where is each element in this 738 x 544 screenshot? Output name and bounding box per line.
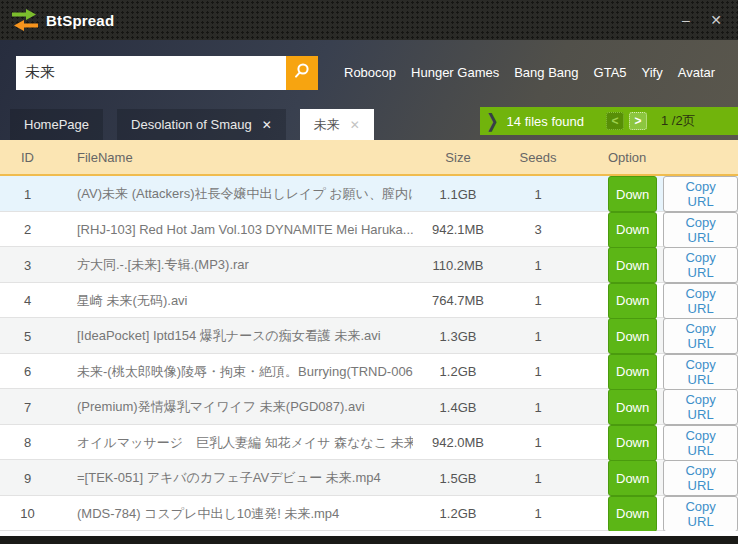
minimize-button[interactable]: – bbox=[676, 10, 696, 30]
results-count: 14 files found bbox=[507, 114, 584, 129]
row-options: Down Copy URL bbox=[573, 212, 738, 248]
row-seeds: 1 bbox=[503, 435, 573, 450]
column-header-option: Option bbox=[573, 150, 738, 165]
tab-label: 未来 bbox=[314, 116, 340, 134]
copy-url-button[interactable]: Copy URL bbox=[663, 247, 738, 283]
row-size: 942.1MB bbox=[413, 222, 503, 237]
nav-links: RobocopHunger GamesBang BangGTA5YifyAvat… bbox=[344, 65, 715, 80]
row-filename: [IdeaPocket] Iptd154 爆乳ナースの痴女看護 未来.avi bbox=[55, 327, 413, 345]
row-size: 942.0MB bbox=[413, 435, 503, 450]
row-seeds: 1 bbox=[503, 506, 573, 521]
row-options: Down Copy URL bbox=[573, 496, 738, 532]
column-header-filename: FileName bbox=[55, 150, 413, 165]
prev-page-button[interactable]: < bbox=[606, 112, 624, 130]
row-options: Down Copy URL bbox=[573, 318, 738, 354]
row-filename: 未来-(桃太郎映像)陵辱・拘束・絶頂。Burrying(TRND-006... bbox=[55, 363, 413, 381]
nav-link[interactable]: Yify bbox=[642, 65, 663, 80]
table-row[interactable]: 3 方大同.-.[未来].专辑.(MP3).rar 110.2MB 1 Down… bbox=[0, 247, 738, 283]
table-row[interactable]: 10 (MDS-784) コスプレ中出し10連発! 未来.mp4 1.2GB 1… bbox=[0, 496, 738, 532]
row-size: 1.1GB bbox=[413, 187, 503, 202]
down-button[interactable]: Down bbox=[608, 496, 657, 532]
down-button[interactable]: Down bbox=[608, 283, 657, 319]
row-seeds: 1 bbox=[503, 329, 573, 344]
row-seeds: 1 bbox=[503, 471, 573, 486]
table-row[interactable]: 8 オイルマッサージ 巨乳人妻編 知花メイサ 森ななこ 未来(... 942.0… bbox=[0, 425, 738, 461]
copy-url-button[interactable]: Copy URL bbox=[663, 354, 738, 390]
row-id: 7 bbox=[0, 400, 55, 415]
copy-url-button[interactable]: Copy URL bbox=[663, 389, 738, 425]
tab-label: HomePage bbox=[24, 117, 89, 132]
pager: < > bbox=[606, 112, 647, 130]
down-button[interactable]: Down bbox=[608, 318, 657, 354]
tab-close-icon[interactable]: ✕ bbox=[262, 118, 272, 132]
nav-link[interactable]: Hunger Games bbox=[411, 65, 499, 80]
tab-current-search[interactable]: 未来 ✕ bbox=[300, 109, 374, 140]
row-id: 6 bbox=[0, 364, 55, 379]
copy-url-button[interactable]: Copy URL bbox=[663, 318, 738, 354]
row-filename: =[TEK-051] アキバのカフェ子AVデビュー 未来.mp4 bbox=[55, 469, 413, 487]
table-row[interactable]: 9 =[TEK-051] アキバのカフェ子AVデビュー 未来.mp4 1.5GB… bbox=[0, 460, 738, 496]
copy-url-button[interactable]: Copy URL bbox=[663, 460, 738, 496]
row-filename: (Premium)発情爆乳マイワイフ 未来(PGD087).avi bbox=[55, 398, 413, 416]
row-size: 1.2GB bbox=[413, 506, 503, 521]
nav-link[interactable]: GTA5 bbox=[594, 65, 627, 80]
page-indicator: 1 /2页 bbox=[661, 112, 696, 130]
row-options: Down Copy URL bbox=[573, 460, 738, 496]
tab-close-icon[interactable]: ✕ bbox=[350, 118, 360, 132]
row-seeds: 1 bbox=[503, 187, 573, 202]
row-id: 9 bbox=[0, 471, 55, 486]
table-row[interactable]: 4 星崎 未来(无码).avi 764.7MB 1 Down Copy URL bbox=[0, 283, 738, 319]
table-row[interactable]: 1 (AV)未来 (Attackers)社長令嬢中出しレイプ お願い、膣内に..… bbox=[0, 176, 738, 212]
row-filename: (MDS-784) コスプレ中出し10連発! 未来.mp4 bbox=[55, 505, 413, 523]
row-options: Down Copy URL bbox=[573, 283, 738, 319]
nav-link[interactable]: Robocop bbox=[344, 65, 396, 80]
down-button[interactable]: Down bbox=[608, 176, 657, 212]
close-button[interactable]: ✕ bbox=[706, 10, 726, 30]
search-button[interactable] bbox=[286, 56, 318, 90]
copy-url-button[interactable]: Copy URL bbox=[663, 212, 738, 248]
table-row[interactable]: 2 [RHJ-103] Red Hot Jam Vol.103 DYNAMITE… bbox=[0, 212, 738, 248]
table-row[interactable]: 5 [IdeaPocket] Iptd154 爆乳ナースの痴女看護 未来.avi… bbox=[0, 318, 738, 354]
tab-desolation-of-smaug[interactable]: Desolation of Smaug ✕ bbox=[117, 109, 286, 140]
row-size: 1.5GB bbox=[413, 471, 503, 486]
row-options: Down Copy URL bbox=[573, 176, 738, 212]
copy-url-button[interactable]: Copy URL bbox=[663, 425, 738, 461]
column-header-id: ID bbox=[0, 150, 55, 165]
row-filename: 星崎 未来(无码).avi bbox=[55, 292, 413, 310]
table-header: ID FileName Size Seeds Option bbox=[0, 140, 738, 176]
ribbon-chevron-icon: ❯ bbox=[486, 110, 499, 133]
tab-homepage[interactable]: HomePage bbox=[10, 109, 103, 140]
row-filename: オイルマッサージ 巨乳人妻編 知花メイサ 森ななこ 未来(... bbox=[55, 434, 413, 452]
results-banner: ❯ 14 files found < > 1 /2页 bbox=[480, 107, 738, 135]
copy-url-button[interactable]: Copy URL bbox=[663, 176, 738, 212]
row-size: 764.7MB bbox=[413, 293, 503, 308]
row-id: 4 bbox=[0, 293, 55, 308]
window-bottom-edge bbox=[0, 536, 738, 544]
table-row[interactable]: 7 (Premium)発情爆乳マイワイフ 未来(PGD087).avi 1.4G… bbox=[0, 389, 738, 425]
down-button[interactable]: Down bbox=[608, 425, 657, 461]
down-button[interactable]: Down bbox=[608, 212, 657, 248]
row-filename: 方大同.-.[未来].专辑.(MP3).rar bbox=[55, 256, 413, 274]
row-size: 1.3GB bbox=[413, 329, 503, 344]
nav-link[interactable]: Avatar bbox=[678, 65, 715, 80]
copy-url-button[interactable]: Copy URL bbox=[663, 496, 738, 532]
down-button[interactable]: Down bbox=[608, 460, 657, 496]
tab-label: Desolation of Smaug bbox=[131, 117, 252, 132]
row-seeds: 1 bbox=[503, 364, 573, 379]
window-controls: – ✕ bbox=[676, 10, 726, 30]
table-row[interactable]: 6 未来-(桃太郎映像)陵辱・拘束・絶頂。Burrying(TRND-006..… bbox=[0, 354, 738, 390]
row-options: Down Copy URL bbox=[573, 354, 738, 390]
row-options: Down Copy URL bbox=[573, 247, 738, 283]
row-size: 1.2GB bbox=[413, 364, 503, 379]
next-page-button[interactable]: > bbox=[629, 112, 647, 130]
row-id: 2 bbox=[0, 222, 55, 237]
nav-link[interactable]: Bang Bang bbox=[514, 65, 578, 80]
down-button[interactable]: Down bbox=[608, 389, 657, 425]
copy-url-button[interactable]: Copy URL bbox=[663, 283, 738, 319]
down-button[interactable]: Down bbox=[608, 247, 657, 283]
row-seeds: 1 bbox=[503, 258, 573, 273]
row-seeds: 1 bbox=[503, 293, 573, 308]
row-id: 5 bbox=[0, 329, 55, 344]
search-input[interactable] bbox=[16, 56, 286, 90]
down-button[interactable]: Down bbox=[608, 354, 657, 390]
